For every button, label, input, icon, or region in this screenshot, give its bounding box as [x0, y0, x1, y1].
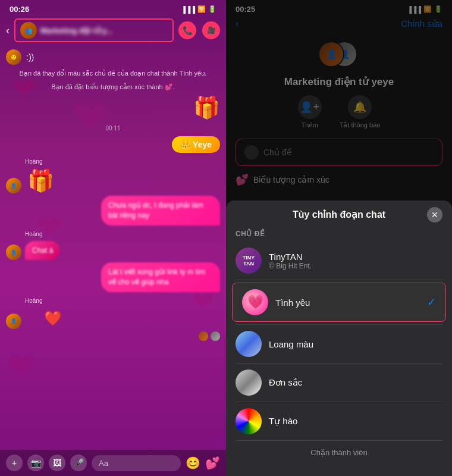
seen-avatar-2	[211, 331, 220, 341]
yeye-label-bubble: 👑 Yeye	[172, 136, 220, 153]
timestamp-1: 00:11	[6, 125, 220, 131]
left-time: 00:26	[10, 5, 29, 14]
modal-header: Tùy chỉnh đoạn chat ✕	[226, 201, 452, 226]
theme-loangmau[interactable]: Loang màu	[226, 325, 452, 363]
my-status-row: 🙂 :))	[6, 49, 220, 65]
tinhyeu-name: Tình yêu	[275, 298, 420, 308]
donsac-icon	[236, 369, 262, 396]
mic-button[interactable]: 🎤	[70, 455, 87, 471]
tinytan-sub: © Big Hit Ent.	[269, 262, 442, 270]
battery-icon: 🔋	[208, 5, 216, 13]
close-icon: ✕	[431, 210, 438, 220]
sticker-gift-right: 🎁	[6, 95, 220, 120]
gift-sticker-left: 🎁	[27, 168, 54, 193]
left-status-icons: ▐▐▐ 🛜 🔋	[181, 5, 216, 13]
divider-1	[236, 280, 442, 280]
yeye-sticker: 👑 Yeye	[6, 136, 220, 153]
theme-tuhao[interactable]: Tự hào	[226, 402, 452, 440]
emoji-picker-button[interactable]: 😊	[186, 456, 200, 470]
left-back-button[interactable]: ‹	[6, 24, 10, 37]
chan-thanh-vien-label: Chặn thành viên	[310, 448, 367, 457]
bubble-right-2: Lát t viết xong gửi link ty m tìm về cho…	[101, 262, 220, 292]
bubble-left-1: Chat á	[25, 241, 60, 261]
my-message-2: Lát t viết xong gửi link ty m tìm về cho…	[6, 262, 220, 292]
selected-checkmark: ✓	[427, 296, 436, 309]
wifi-icon: 🛜	[197, 5, 206, 13]
call-button[interactable]: 📞	[178, 21, 196, 39]
sender-name-3: Hoàng	[6, 295, 220, 305]
modal-title: Tùy chỉnh đoạn chat	[293, 209, 385, 220]
theme-tinytan[interactable]: TINYTAN TinyTAN © Big Hit Ent.	[226, 242, 452, 280]
message-input[interactable]: Aa	[92, 455, 181, 471]
tuhao-icon	[236, 408, 262, 434]
system-message-2: Bạn đã đặt biểu tượng cảm xúc thành 💕.	[6, 82, 220, 92]
camera-icon: 📷	[31, 458, 41, 468]
tuy-chinh-modal: Tùy chỉnh đoạn chat ✕ CHỦ ĐỀ TINYTAN Tin…	[226, 201, 452, 476]
signal-icon: ▐▐▐	[181, 6, 195, 13]
video-call-button[interactable]: 🎥	[202, 21, 220, 39]
tinytan-name: TinyTAN	[269, 252, 442, 262]
image-button[interactable]: 🖼	[49, 455, 65, 471]
bubble-right-1: Chưa ngủ dc, t đang phải làm bài riêng n…	[101, 196, 220, 226]
donsac-name: Đơn sắc	[269, 377, 442, 388]
chat-messages: 🙂 :)) Bạn đã thay đổi màu sắc chủ đề của…	[0, 47, 226, 450]
image-icon: 🖼	[53, 458, 61, 468]
theme-tinhyeu-highlighted: 💗 Tình yêu ✓	[232, 283, 446, 322]
gift-icon: 🎁	[193, 95, 220, 120]
left-status-bar: 00:26 ▐▐▐ 🛜 🔋	[0, 0, 226, 16]
tuhao-name: Tự hào	[269, 416, 442, 427]
loangmau-name: Loang màu	[269, 339, 442, 349]
tinytan-icon: TINYTAN	[236, 248, 262, 274]
heart-reaction: ❤️	[44, 310, 62, 327]
heart-react-button[interactable]: 💕	[205, 456, 220, 470]
hoang-gift-row: 👤 🎁	[6, 168, 220, 193]
input-bar: + 📷 🖼 🎤 Aa 😊 💕	[0, 450, 226, 476]
hoang-message-1: 👤 Chat á	[6, 241, 220, 261]
system-message-1: Bạn đã thay đổi màu sắc chủ đề của đoạn …	[6, 68, 220, 79]
camera-button[interactable]: 📷	[27, 455, 44, 471]
theme-donsac[interactable]: Đơn sắc	[226, 364, 452, 402]
left-header: ‹ 👥 Marketing đội tử y... 📞 🎥	[0, 16, 226, 47]
chu-de-section-label: CHỦ ĐỀ	[226, 226, 452, 242]
seen-avatar-1	[199, 331, 208, 341]
group-name-header: Marketing đội tử y...	[40, 26, 168, 35]
crown-icon: 👑	[180, 140, 190, 149]
hoang-avatar-2: 👤	[6, 245, 21, 260]
left-messenger-panel: ❤ ❤ ❤ ❤ ❤ ❤ 00:26 ▐▐▐ 🛜 🔋 ‹ 👥 Marketing …	[0, 0, 226, 476]
video-icon: 🎥	[207, 26, 216, 35]
seen-avatars	[6, 331, 220, 341]
group-avatar-header: 👥	[20, 22, 37, 39]
modal-close-button[interactable]: ✕	[427, 207, 442, 223]
hoang-avatar-3: 👤	[6, 314, 21, 329]
header-actions: 📞 🎥	[178, 21, 220, 39]
my-message-1: Chưa ngủ dc, t đang phải làm bài riêng n…	[6, 196, 220, 226]
tinhyeu-icon: 💗	[242, 289, 268, 315]
theme-tinhyeu[interactable]: 💗 Tình yêu ✓	[233, 283, 445, 321]
header-name-box[interactable]: 👥 Marketing đội tử y...	[14, 18, 174, 42]
my-avatar: 🙂	[6, 49, 21, 65]
modal-overlay: Tùy chỉnh đoạn chat ✕ CHỦ ĐỀ TINYTAN Tin…	[226, 0, 452, 476]
chan-thanh-vien-row: Chặn thành viên	[226, 441, 452, 464]
sender-name-2: Hoàng	[6, 228, 220, 239]
plus-icon: +	[12, 458, 17, 468]
hoang-avatar-1: 👤	[6, 178, 21, 193]
mic-icon: 🎤	[74, 458, 84, 468]
phone-icon: 📞	[183, 26, 193, 35]
loangmau-icon	[236, 331, 262, 357]
add-attachment-button[interactable]: +	[6, 455, 23, 471]
hoang-heart-row: 👤 ❤️	[6, 308, 220, 329]
sender-name-1: Hoàng	[6, 155, 220, 166]
right-info-panel: 00:25 ▐▐▐ 🛜 🔋 ‹ Chỉnh sửa 👤 👤 Marketing …	[226, 0, 452, 476]
emoji-status: :))	[26, 52, 34, 62]
